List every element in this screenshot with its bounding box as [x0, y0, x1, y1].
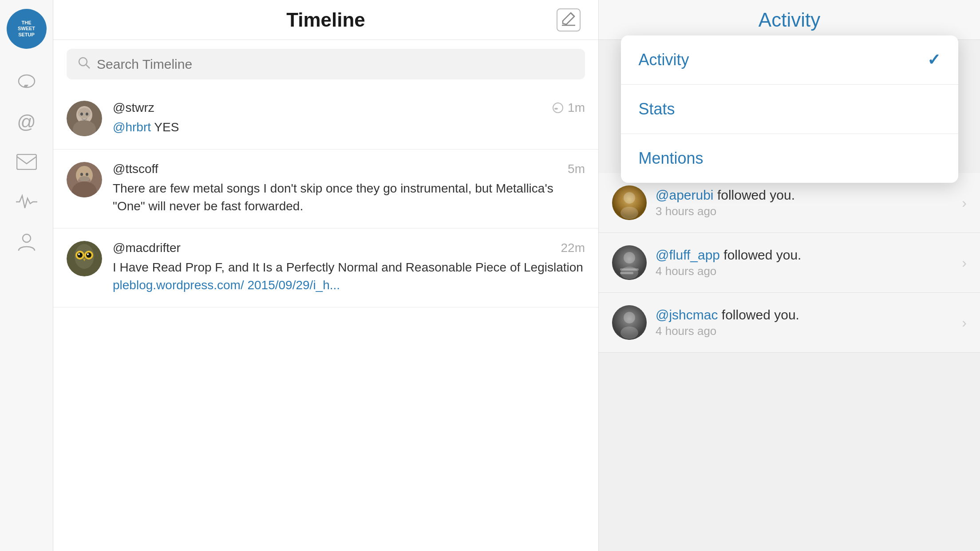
- svg-point-3: [79, 58, 87, 66]
- activity-icon[interactable]: [7, 182, 47, 222]
- dropdown-item-mentions[interactable]: Mentions: [621, 134, 958, 183]
- svg-point-10: [553, 103, 563, 113]
- tweet-username: @macdrifter: [113, 241, 181, 255]
- activity-content: @jshcmac followed you. 4 hours ago: [656, 307, 953, 338]
- dropdown-item-stats[interactable]: Stats: [621, 85, 958, 134]
- activity-list: @aperubi followed you. 3 hours ago ›: [599, 173, 980, 551]
- svg-point-31: [624, 192, 635, 204]
- tweet-username: @stwrz: [113, 101, 154, 115]
- logo-text: THE SWEET SETUP: [18, 20, 35, 38]
- svg-point-17: [79, 176, 90, 181]
- avatar: [612, 305, 647, 340]
- svg-point-7: [80, 113, 83, 116]
- profile-icon[interactable]: [7, 222, 47, 262]
- tweet-body: @hrbrt YES: [113, 118, 585, 137]
- search-icon: [77, 56, 91, 72]
- tweet-content: @ttscoff 5m There are few metal songs I …: [113, 162, 585, 216]
- timeline-panel: Timeline: [53, 0, 598, 551]
- activity-item[interactable]: @fluff_app followed you. 4 hours ago ›: [599, 233, 980, 293]
- chevron-right-icon: ›: [962, 315, 967, 331]
- chevron-right-icon: ›: [962, 195, 967, 211]
- search-bar: [67, 49, 585, 79]
- tweet-time: 22m: [561, 241, 585, 255]
- svg-rect-38: [620, 272, 633, 274]
- svg-point-24: [86, 252, 91, 258]
- tweet-list: @stwrz 1m @hrbrt YES: [53, 88, 598, 551]
- svg-point-2: [23, 234, 31, 242]
- activity-header[interactable]: Activity: [599, 0, 980, 40]
- svg-rect-1: [17, 154, 36, 169]
- tweet-item[interactable]: @stwrz 1m @hrbrt YES: [53, 88, 598, 150]
- svg-point-11: [554, 108, 558, 110]
- tweet-body: There are few metal songs I don't skip o…: [113, 180, 585, 216]
- svg-point-35: [624, 252, 635, 264]
- tweet-item[interactable]: @macdrifter 22m I Have Read Prop F, and …: [53, 228, 598, 307]
- avatar: [612, 185, 647, 220]
- tweet-content: @stwrz 1m @hrbrt YES: [113, 101, 585, 137]
- svg-point-41: [624, 312, 635, 323]
- timeline-header: Timeline: [53, 0, 598, 40]
- avatar: [612, 245, 647, 280]
- activity-title: Activity: [759, 9, 820, 31]
- activity-username: @jshcmac: [656, 307, 718, 322]
- activity-text: @fluff_app followed you.: [656, 248, 953, 263]
- svg-point-25: [78, 253, 80, 255]
- chevron-right-icon: ›: [962, 255, 967, 271]
- tweet-item[interactable]: @ttscoff 5m There are few metal songs I …: [53, 150, 598, 228]
- svg-point-16: [86, 173, 88, 176]
- activity-username: @aperubi: [656, 188, 714, 202]
- avatar: [67, 162, 102, 197]
- tweet-time: 1m: [552, 101, 585, 115]
- dropdown-label-mentions: Mentions: [639, 149, 703, 168]
- dropdown-label-stats: Stats: [639, 100, 675, 118]
- avatar: [67, 241, 102, 276]
- svg-point-15: [80, 173, 83, 176]
- svg-rect-37: [620, 268, 639, 271]
- activity-panel: Activity Activity ✓ Stats Mentions: [598, 0, 980, 551]
- tweet-time: 5m: [568, 162, 585, 176]
- tweet-link[interactable]: pleblog.wordpress.com/ 2015/09/29/i_h...: [113, 278, 340, 292]
- svg-point-8: [86, 113, 88, 116]
- activity-text: @aperubi followed you.: [656, 188, 953, 203]
- activity-time: 4 hours ago: [656, 264, 953, 278]
- avatar: [67, 101, 102, 136]
- svg-point-23: [77, 252, 83, 258]
- activity-content: @aperubi followed you. 3 hours ago: [656, 188, 953, 218]
- sidebar: THE SWEET SETUP @: [0, 0, 53, 551]
- tweet-username: @ttscoff: [113, 162, 158, 176]
- mentions-icon[interactable]: @: [7, 102, 47, 142]
- speech-bubble-icon[interactable]: [7, 62, 47, 102]
- dropdown-label-activity: Activity: [639, 51, 689, 69]
- activity-text: @jshcmac followed you.: [656, 307, 953, 323]
- activity-time: 3 hours ago: [656, 205, 953, 218]
- dropdown-check-icon: ✓: [927, 51, 940, 69]
- svg-point-42: [620, 327, 638, 339]
- search-input[interactable]: [97, 57, 574, 72]
- activity-content: @fluff_app followed you. 4 hours ago: [656, 248, 953, 278]
- tweet-mention: @hrbrt: [113, 120, 151, 134]
- tweet-content: @macdrifter 22m I Have Read Prop F, and …: [113, 241, 585, 295]
- activity-dropdown: Activity ✓ Stats Mentions: [621, 35, 958, 183]
- activity-username: @fluff_app: [656, 248, 720, 262]
- svg-point-32: [620, 207, 638, 219]
- activity-time: 4 hours ago: [656, 324, 953, 338]
- svg-point-6: [78, 108, 91, 118]
- activity-item[interactable]: @jshcmac followed you. 4 hours ago ›: [599, 293, 980, 353]
- compose-button[interactable]: [557, 8, 581, 31]
- mail-icon[interactable]: [7, 142, 47, 182]
- timeline-title: Timeline: [286, 9, 365, 31]
- dropdown-item-activity[interactable]: Activity ✓: [621, 35, 958, 85]
- app-logo[interactable]: THE SWEET SETUP: [7, 9, 47, 49]
- tweet-body: I Have Read Prop F, and It Is a Perfectl…: [113, 259, 585, 295]
- svg-point-26: [87, 253, 89, 255]
